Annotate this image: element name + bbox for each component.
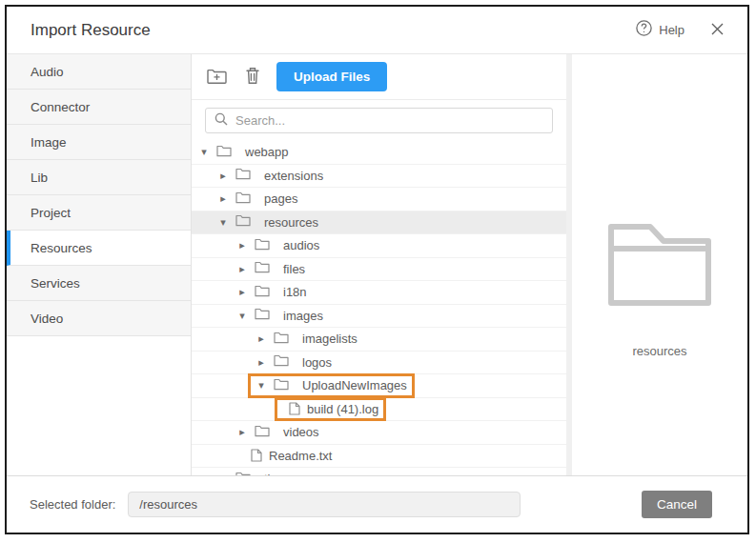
sidebar-item-project[interactable]: Project <box>7 195 191 231</box>
tree-row-content: webapp <box>194 143 294 162</box>
cancel-button[interactable]: Cancel <box>642 491 712 518</box>
sidebar-item-label: Resources <box>31 241 92 255</box>
caret-icon[interactable] <box>198 147 210 157</box>
caret-icon[interactable] <box>236 311 248 321</box>
folder-icon <box>274 378 289 393</box>
folder-icon <box>255 285 270 300</box>
import-resource-dialog: Import Resource Help <box>5 5 749 534</box>
tree-row[interactable]: logos <box>192 352 566 375</box>
sidebar-item-label: Lib <box>31 171 48 185</box>
tree-row-label: UploadNewImages <box>302 378 407 392</box>
search-box <box>205 108 553 133</box>
dialog-body: Audio Connector Image Lib Project Resour… <box>7 54 747 475</box>
tree-row[interactable]: pages <box>192 188 566 211</box>
close-button[interactable] <box>711 22 724 39</box>
tree-row-label: files <box>283 262 305 276</box>
tree-row[interactable]: extensions <box>192 165 566 189</box>
trash-icon <box>245 67 260 88</box>
caret-icon[interactable] <box>236 240 248 251</box>
sidebar-item-label: Project <box>31 206 71 220</box>
tree-row-label: videos <box>283 425 319 439</box>
file-icon <box>289 402 300 415</box>
folder-icon <box>235 191 251 207</box>
tree-row-label: i18n <box>283 285 307 299</box>
caret-icon[interactable] <box>217 193 229 204</box>
tree-row-content: audios <box>232 236 324 255</box>
preview-folder-icon <box>606 222 713 310</box>
preview-panel: resources <box>572 54 747 475</box>
sidebar-item-label: Audio <box>31 65 64 79</box>
tree-row-label: images <box>283 309 323 323</box>
tree-row[interactable]: webapp <box>192 141 566 165</box>
search-icon <box>215 112 228 130</box>
tree-row-content: imagelists <box>251 330 362 349</box>
folder-icon <box>274 332 289 347</box>
tree-row-content: pages <box>213 190 302 209</box>
sidebar-item-resources[interactable]: Resources <box>7 231 191 266</box>
help-icon <box>636 20 652 40</box>
tree-row-content: logos <box>251 352 337 372</box>
preview-folder-name: resources <box>632 344 686 358</box>
tree-row[interactable]: Readme.txt <box>192 445 566 469</box>
tree-row[interactable]: videos <box>192 421 566 445</box>
folder-icon <box>274 354 289 370</box>
tree-row-content: i18n <box>232 283 312 302</box>
toolbar: Upload Files <box>192 54 566 100</box>
new-folder-button[interactable] <box>205 66 229 89</box>
tree-row[interactable]: images <box>192 305 566 329</box>
sidebar-item-lib[interactable]: Lib <box>7 160 191 195</box>
sidebar-item-video[interactable]: Video <box>7 301 191 336</box>
dialog-title: Import Resource <box>31 21 151 40</box>
dialog-footer: Selected folder: Cancel <box>7 475 747 533</box>
sidebar-item-label: Connector <box>31 100 90 114</box>
sidebar-item-image[interactable]: Image <box>7 125 191 160</box>
tree-row[interactable]: themes <box>192 468 566 475</box>
caret-icon[interactable] <box>236 264 248 274</box>
caret-icon[interactable] <box>255 380 267 391</box>
caret-icon[interactable] <box>217 171 229 181</box>
search-input[interactable] <box>235 113 543 128</box>
dialog-header: Import Resource Help <box>7 7 747 54</box>
folder-icon <box>216 145 232 160</box>
sidebar-item-services[interactable]: Services <box>7 266 191 301</box>
close-icon <box>711 22 724 39</box>
folder-icon <box>235 214 251 230</box>
sidebar-item-connector[interactable]: Connector <box>7 90 191 125</box>
folder-icon <box>255 308 270 323</box>
tree-row-content: videos <box>232 423 324 442</box>
upload-files-button[interactable]: Upload Files <box>276 62 387 91</box>
caret-icon[interactable] <box>236 427 248 437</box>
sidebar-item-label: Image <box>31 135 67 150</box>
tree-row-content: files <box>232 259 310 278</box>
tree-row-label: extensions <box>264 169 323 183</box>
tree-row[interactable]: files <box>192 258 566 282</box>
file-tree: webapp <box>192 141 566 475</box>
help-button[interactable]: Help <box>636 20 684 40</box>
tree-row-label: audios <box>283 238 319 252</box>
caret-icon[interactable] <box>236 287 248 297</box>
caret-icon[interactable] <box>217 217 229 228</box>
tree-row-label: imagelists <box>302 332 358 346</box>
tree-row-content: UploadNewImages <box>251 376 412 395</box>
selected-folder-input[interactable] <box>128 492 521 517</box>
sidebar-item-label: Services <box>31 276 80 291</box>
tree-row-label: Readme.txt <box>269 449 332 463</box>
tree-row[interactable]: imagelists <box>192 328 566 352</box>
delete-button[interactable] <box>243 65 262 90</box>
tree-row-label: logos <box>302 355 332 370</box>
tree-row-label: pages <box>264 191 297 206</box>
tree-row[interactable]: audios <box>192 234 566 258</box>
tree-row[interactable]: UploadNewImages <box>192 374 566 398</box>
tree-row[interactable]: i18n <box>192 281 566 305</box>
tree-row-content: extensions <box>213 166 328 185</box>
caret-icon[interactable] <box>255 357 267 368</box>
header-actions: Help <box>636 20 724 40</box>
selected-folder-label: Selected folder: <box>30 497 115 512</box>
tree-row[interactable]: build (41).log <box>192 398 566 422</box>
folder-icon <box>235 168 251 183</box>
tree-row-label: build (41).log <box>307 402 378 416</box>
caret-icon[interactable] <box>255 333 267 344</box>
tree-row[interactable]: resources <box>192 211 566 235</box>
sidebar-item-audio[interactable]: Audio <box>7 54 191 90</box>
file-icon <box>251 449 262 462</box>
